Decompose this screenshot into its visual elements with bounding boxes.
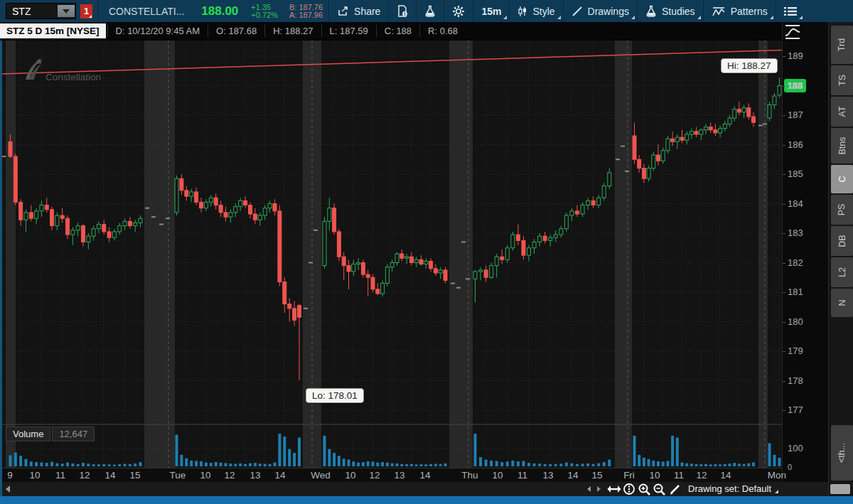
scrollbar-thumb[interactable] [830, 484, 850, 494]
sidebar-tab-l2[interactable]: L2 [831, 257, 853, 287]
sidebar-tab-label: Btns [837, 136, 847, 154]
time-axis-label: 11 [48, 470, 73, 481]
change-percent: +0.72% [251, 11, 278, 19]
time-axis-label: 10 [642, 470, 667, 481]
constellation-watermark: Constellation [20, 54, 101, 82]
settings-button[interactable] [444, 0, 473, 22]
price-axis-label: 182 [788, 257, 803, 268]
time-axis-label: 14 [412, 470, 438, 481]
alert-badge[interactable]: 1 [80, 4, 92, 18]
style-button[interactable]: Style [510, 0, 562, 22]
sidebar-tab-n[interactable]: N [831, 289, 853, 317]
window-bottom-edge [0, 496, 853, 504]
time-axis-label: Wed [308, 470, 333, 481]
sidebar-tab-at[interactable]: AT [831, 97, 853, 127]
time-axis-label: 10 [22, 470, 48, 481]
sidebar-tab-label: N [837, 299, 847, 306]
price-tick [783, 263, 785, 264]
time-axis-label: 13 [387, 470, 412, 481]
pencil-icon[interactable] [669, 483, 682, 495]
ohlc-high: H: 188.27 [264, 25, 321, 37]
symbol-input[interactable]: STZ [6, 3, 76, 19]
scroll-left-arrow[interactable] [6, 486, 10, 493]
change-stack: +1.35 +0.72% [245, 4, 284, 19]
flask-icon [645, 5, 657, 17]
price-axis-label: 177 [788, 404, 803, 415]
time-axis-label: 14 [97, 470, 123, 481]
right-sidebar: TrdTSATBtnsCPSDBL2N<th... [828, 22, 853, 496]
time-axis-label: 11 [510, 470, 535, 481]
time-axis-label: Thu [457, 470, 483, 481]
price-axis[interactable]: 188 189188187186185184183182181180179178… [782, 22, 829, 482]
time-axis-label: 13 [242, 470, 268, 481]
low-price-bubble: Lo: 178.01 [306, 388, 364, 403]
price-axis-label: 183 [788, 227, 803, 238]
fit-width-icon[interactable] [607, 483, 621, 495]
ohlc-date: D: 10/12/20 9:45 AM [107, 25, 208, 37]
time-axis[interactable]: 91011121415Tue10121314Wed10121314Thu1011… [0, 468, 782, 483]
ohlc-info-bar: STZ 5 D 15m [NYSE] D: 10/12/20 9:45 AM O… [0, 22, 782, 41]
symbol-value[interactable]: STZ [6, 6, 58, 17]
time-axis-label: 11 [666, 470, 692, 481]
price-axis-label: 189 [788, 50, 803, 61]
thinkorswim-chart-window: STZ 1 CONSTELLATI... 188.00 +1.35 +0.72%… [0, 0, 853, 504]
sidebar-tab-db[interactable]: DB [831, 226, 853, 256]
sidebar-tab-label: L2 [837, 267, 847, 277]
status-scroll-bar: Drawing set: Default [0, 482, 828, 496]
price-axis-label: 188 [788, 80, 803, 91]
ohlc-range: R: 0.68 [419, 25, 466, 37]
drawings-button[interactable]: Drawings [564, 0, 637, 22]
time-axis-label: 15 [584, 470, 610, 481]
sidebar-tab-label: C [837, 176, 847, 182]
sidebar-tab-btns[interactable]: Btns [831, 128, 853, 163]
chart-title[interactable]: STZ 5 D 15m [NYSE] [0, 23, 106, 38]
share-button[interactable]: Share [329, 0, 388, 22]
watermark-label: Constellation [45, 72, 101, 82]
time-axis-label: Fri [616, 470, 642, 481]
sidebar-tab-th[interactable]: <th... [831, 425, 853, 481]
zoom-out-icon[interactable] [653, 483, 666, 496]
price-tick [783, 115, 785, 116]
flask-icon [424, 5, 436, 17]
chart-menu-button[interactable] [776, 0, 805, 22]
price-tick [783, 292, 785, 293]
drawing-set-selector[interactable]: Drawing set: Default [688, 483, 778, 494]
bid-ask-stack: B: 187.76 A: 187.96 [284, 4, 328, 19]
price-axis-label: 186 [788, 139, 803, 150]
price-tick [783, 204, 785, 205]
price-axis-label: 187 [788, 109, 803, 120]
price-axis-label: 179 [788, 345, 803, 356]
time-axis-label: 9 [0, 470, 23, 481]
sidebar-tab-trd[interactable]: Trd [831, 26, 853, 64]
studies-button[interactable]: Studies [638, 0, 703, 22]
price-tick [783, 381, 785, 382]
pan-left-icon[interactable] [587, 486, 591, 492]
pan-right-icon[interactable] [597, 486, 601, 492]
zoom-in-icon[interactable] [638, 483, 651, 496]
price-axis-label: 178 [788, 375, 803, 386]
price-axis-label: 185 [788, 168, 803, 179]
timeframe-button[interactable]: 15m [473, 0, 509, 22]
company-name: CONSTELLATI... [99, 6, 194, 17]
sidebar-tab-label: PS [837, 204, 847, 216]
sidebar-tab-c[interactable]: C [831, 165, 853, 193]
volume-label[interactable]: Volume [6, 427, 50, 441]
analyze-button[interactable] [417, 0, 444, 22]
candlestick-icon [517, 6, 527, 17]
auto-scale-icon[interactable] [623, 483, 635, 495]
chart-canvas[interactable] [0, 0, 782, 482]
time-axis-label: 14 [713, 470, 739, 481]
report-button[interactable] [389, 0, 416, 22]
window-left-edge [0, 22, 2, 496]
price-tick [783, 322, 785, 323]
sidebar-tab-ts[interactable]: TS [831, 65, 853, 95]
time-axis-label: 10 [485, 470, 510, 481]
share-icon [337, 6, 349, 17]
menu-list-icon [784, 6, 797, 16]
patterns-button[interactable]: Patterns [704, 0, 776, 22]
symbol-dropdown-button[interactable] [58, 5, 75, 17]
bid-value: B: 187.76 [289, 4, 323, 11]
time-axis-label: 10 [338, 470, 363, 481]
sidebar-tab-ps[interactable]: PS [831, 195, 853, 225]
chart-mode-icon[interactable] [784, 24, 801, 40]
